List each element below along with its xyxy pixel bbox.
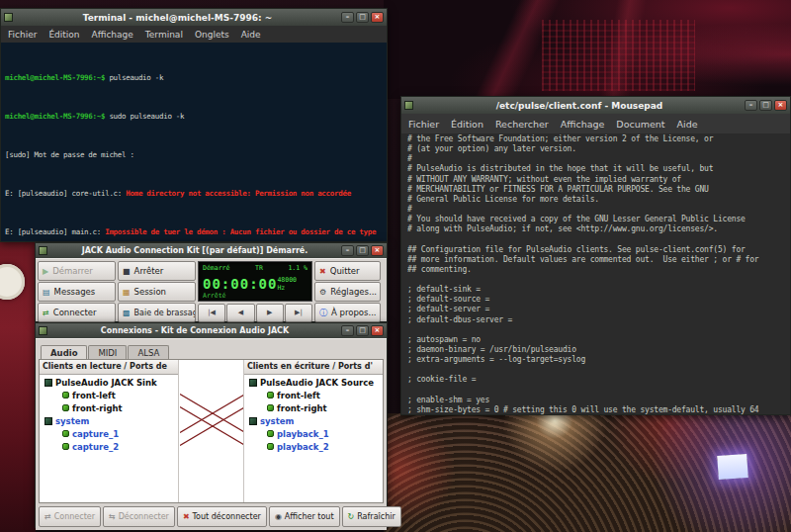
minimize-button[interactable]: – [341, 245, 354, 256]
menu-aide[interactable]: Aide [241, 30, 261, 40]
editor-line [407, 275, 784, 285]
writable-clients-header[interactable]: Clients en écriture / Ports d' [244, 360, 383, 375]
terminal-menubar: Fichier Édition Affichage Terminal Ongle… [1, 26, 387, 43]
wallpaper-bright-screen [717, 454, 748, 480]
mousepad-titlebar[interactable]: /etc/pulse/client.conf - Mousepad – □ × [401, 97, 790, 114]
port-front-right-in[interactable]: front-right [244, 401, 383, 414]
connect-button[interactable]: ⇄ Connecter [39, 506, 101, 527]
close-button[interactable]: × [774, 100, 787, 111]
rewind-button[interactable]: |◀ [198, 304, 225, 322]
connections-label: Connecter [53, 308, 97, 317]
maximize-button[interactable]: □ [356, 245, 369, 256]
connections-titlebar[interactable]: Connexions - Kit de Connexion Audio JACK… [36, 323, 387, 338]
tab-alsa[interactable]: ALSA [128, 345, 169, 359]
port-front-right-out[interactable]: front-right [40, 401, 178, 414]
port-front-left-in[interactable]: front-left [244, 389, 383, 401]
menu-edition[interactable]: Édition [451, 119, 483, 130]
mousepad-window: /etc/pulse/client.conf - Mousepad – □ × … [400, 96, 791, 415]
client-pulseaudio-jack-source[interactable]: PulseAudio JACK Source [244, 376, 383, 389]
terminal-titlebar[interactable]: Terminal - michel@michel-MS-7996: ~ – □ … [1, 9, 387, 26]
client-system-capture[interactable]: system [40, 414, 178, 427]
connections-button[interactable]: ⇄ Connecter [38, 303, 116, 322]
port-label: capture_2 [72, 442, 119, 452]
port-capture-2[interactable]: capture_2 [40, 440, 178, 453]
qjackctl-titlebar[interactable]: JACK Audio Connection Kit [(par défaut)]… [36, 243, 387, 258]
editor-line: ; cookie-file = [407, 375, 784, 385]
transport-state: Arrêté [203, 292, 225, 300]
menu-fichier[interactable]: Fichier [408, 119, 439, 130]
disconnect-all-button[interactable]: ✖ Tout déconnecter [177, 506, 267, 527]
client-icon [44, 379, 52, 387]
menu-terminal[interactable]: Terminal [145, 30, 183, 40]
minimize-button[interactable]: – [745, 100, 757, 111]
maximize-button[interactable]: □ [356, 12, 369, 23]
menu-document[interactable]: Document [616, 119, 664, 130]
editor-line: # You should have received a copy of the… [407, 215, 784, 224]
terminal-line: michel@michel-MS-7996:~$ sudo pulseaudio… [5, 110, 383, 123]
editor-line: # along with PulseAudio; if not, see <ht… [407, 224, 784, 234]
menu-affichage[interactable]: Affichage [92, 30, 133, 40]
tab-audio[interactable]: Audio [41, 345, 87, 360]
port-front-left-out[interactable]: front-left [40, 389, 178, 401]
show-all-icon: ◉ [275, 512, 282, 521]
show-all-button[interactable]: ◉ Afficher tout [269, 506, 340, 527]
client-label: PulseAudio JACK Source [260, 378, 374, 388]
menu-aide[interactable]: Aide [677, 119, 698, 130]
terminal-app-icon [4, 13, 13, 22]
maximize-button[interactable]: □ [356, 325, 369, 336]
editor-line: ; autospawn = no [407, 335, 784, 345]
close-button[interactable]: × [371, 12, 384, 23]
patchbay-label: Baie de brassage [134, 309, 196, 317]
maximize-button[interactable]: □ [759, 100, 772, 111]
refresh-label: Rafraîchir [357, 512, 396, 521]
play-icon: ▶ [43, 267, 48, 276]
qjackctl-body: ▶ Démarrer ■ Arrêter ✖ Quitter ▤ Message… [36, 258, 387, 321]
terminal-output[interactable]: michel@michel-MS-7996:~$ pulseaudio -k m… [1, 43, 387, 241]
messages-button[interactable]: ▤ Messages [38, 282, 116, 302]
editor-line: ; enable-shm = yes [407, 396, 784, 405]
gear-icon: ⚙ [319, 288, 326, 297]
readable-clients-header[interactable]: Clients en lecture / Ports de [40, 360, 178, 375]
port-capture-1[interactable]: capture_1 [40, 427, 178, 440]
session-button[interactable]: ▦ Session [118, 282, 196, 302]
refresh-button[interactable]: ↻ Rafraîchir [342, 506, 401, 527]
mousepad-title: /etc/pulse/client.conf - Mousepad [417, 101, 742, 111]
settings-button[interactable]: ⚙ Réglages... [314, 282, 381, 302]
connection-lines [180, 375, 245, 503]
show-all-label: Afficher tout [285, 512, 334, 521]
menu-rechercher[interactable]: Rechercher [495, 119, 549, 130]
qjackctl-window: JACK Audio Connection Kit [(par défaut)]… [35, 242, 388, 322]
close-button[interactable]: × [371, 325, 384, 336]
menu-affichage[interactable]: Affichage [561, 119, 605, 130]
quit-button[interactable]: ✖ Quitter [314, 261, 381, 281]
port-playback-2[interactable]: playback_2 [244, 440, 383, 453]
close-button[interactable]: × [371, 245, 384, 256]
start-label: Démarrer [52, 266, 93, 276]
audio-jack-icon [267, 443, 274, 450]
editor-line: ; default-dbus-server = [407, 315, 784, 325]
forward-button[interactable]: ▶| [285, 304, 312, 322]
connect-icon: ⇄ [44, 512, 51, 521]
start-button[interactable]: ▶ Démarrer [38, 261, 116, 281]
connections-title: Connexions - Kit de Connexion Audio JACK [51, 326, 338, 335]
client-pulseaudio-jack-sink[interactable]: PulseAudio JACK Sink [40, 376, 178, 389]
menu-onglets[interactable]: Onglets [195, 30, 229, 40]
minimize-button[interactable]: – [341, 12, 354, 23]
disconnect-button[interactable]: ⇆ Déconnecter [103, 506, 175, 527]
backward-button[interactable]: ◀ [226, 304, 254, 322]
client-system-playback[interactable]: system [244, 414, 383, 427]
tab-midi[interactable]: MIDI [88, 345, 127, 359]
editor-textarea[interactable]: # the Free Software Foundation; either v… [401, 133, 790, 414]
play-transport-button[interactable]: ▶ [256, 304, 284, 322]
port-playback-1[interactable]: playback_1 [244, 427, 383, 440]
menu-edition[interactable]: Édition [48, 30, 79, 40]
menu-fichier[interactable]: Fichier [8, 30, 37, 40]
about-button[interactable]: ⓘ À propos... [314, 303, 381, 322]
port-label: playback_2 [277, 442, 329, 452]
error-prefix: E: [pulseaudio] core-util.c: [5, 189, 126, 198]
patchbay-button[interactable]: ▩ Baie de brassage [118, 303, 196, 322]
minimize-button[interactable]: – [341, 325, 354, 336]
audio-jack-icon [62, 392, 69, 399]
mousepad-app-icon [404, 101, 413, 110]
stop-button[interactable]: ■ Arrêter [118, 261, 196, 281]
